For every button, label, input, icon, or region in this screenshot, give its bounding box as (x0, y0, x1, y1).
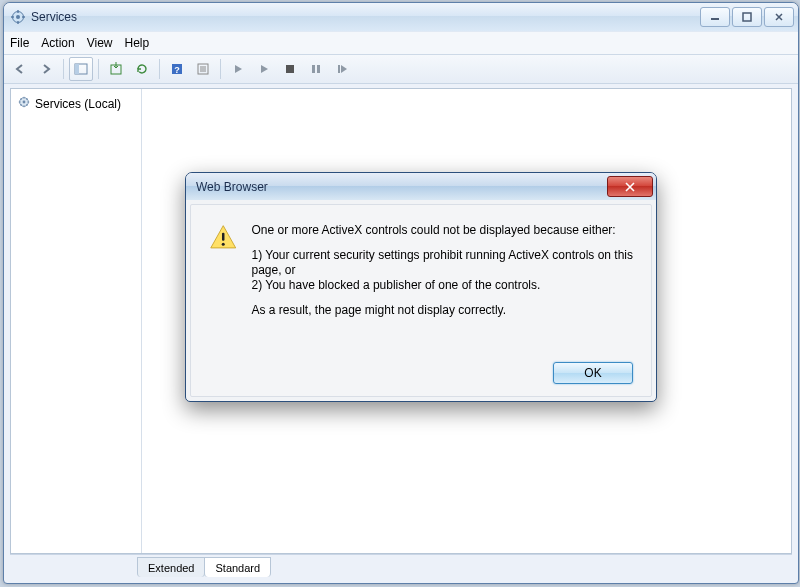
properties-icon (196, 62, 210, 76)
stop-service-button[interactable] (278, 57, 302, 81)
dialog-close-button[interactable] (607, 176, 653, 197)
export-list-button[interactable] (104, 57, 128, 81)
refresh-icon (135, 62, 149, 76)
restart-service-button[interactable] (330, 57, 354, 81)
svg-text:?: ? (174, 65, 180, 75)
window-controls (700, 7, 794, 27)
properties-button[interactable] (191, 57, 215, 81)
show-hide-tree-button[interactable] (69, 57, 93, 81)
pause-icon (310, 63, 322, 75)
toolbar: ? (4, 55, 798, 84)
dialog-content: One or more ActiveX controls could not b… (209, 223, 633, 356)
close-button[interactable] (764, 7, 794, 27)
tree-root-item[interactable]: Services (Local) (15, 93, 137, 114)
arrow-right-icon (39, 62, 53, 76)
app-icon (10, 9, 26, 25)
tab-strip: Extended Standard (10, 554, 792, 577)
dialog-line1: One or more ActiveX controls could not b… (251, 223, 633, 238)
toolbar-separator (159, 59, 160, 79)
svg-rect-16 (338, 65, 340, 73)
help-button[interactable]: ? (165, 57, 189, 81)
menu-action[interactable]: Action (41, 36, 74, 50)
svg-rect-13 (286, 65, 294, 73)
start-service-alt-button[interactable] (252, 57, 276, 81)
tab-extended-label: Extended (148, 562, 194, 574)
svg-rect-3 (743, 13, 751, 21)
help-icon: ? (170, 62, 184, 76)
svg-rect-5 (75, 64, 79, 74)
menubar: File Action View Help (4, 31, 798, 55)
maximize-icon (742, 12, 752, 22)
svg-point-18 (23, 101, 26, 104)
svg-point-1 (16, 15, 20, 19)
toolbar-separator (63, 59, 64, 79)
warning-icon (209, 223, 237, 255)
dialog-titlebar[interactable]: Web Browser (186, 173, 656, 200)
menu-file[interactable]: File (10, 36, 29, 50)
window-title: Services (31, 10, 700, 24)
back-button[interactable] (8, 57, 32, 81)
play-icon (258, 63, 270, 75)
svg-rect-14 (312, 65, 315, 73)
tree-pane[interactable]: Services (Local) (11, 89, 142, 553)
gear-icon (17, 95, 31, 112)
tree-pane-icon (74, 62, 88, 76)
svg-rect-19 (222, 233, 224, 241)
dialog-title: Web Browser (196, 180, 607, 194)
svg-point-20 (222, 243, 225, 246)
maximize-button[interactable] (732, 7, 762, 27)
restart-icon (336, 63, 348, 75)
tab-standard[interactable]: Standard (204, 557, 271, 577)
refresh-button[interactable] (130, 57, 154, 81)
tree-root-label: Services (Local) (35, 97, 121, 111)
close-icon (774, 12, 784, 22)
menu-view[interactable]: View (87, 36, 113, 50)
dialog-line2: 1) Your current security settings prohib… (251, 248, 633, 278)
forward-button[interactable] (34, 57, 58, 81)
play-icon (232, 63, 244, 75)
titlebar[interactable]: Services (4, 3, 798, 31)
dialog-body: One or more ActiveX controls could not b… (190, 204, 652, 397)
stop-icon (284, 63, 296, 75)
tab-extended[interactable]: Extended (137, 557, 205, 577)
arrow-left-icon (13, 62, 27, 76)
dialog-footer: OK (209, 356, 633, 384)
svg-rect-2 (711, 18, 719, 20)
toolbar-separator (98, 59, 99, 79)
start-service-button[interactable] (226, 57, 250, 81)
svg-rect-15 (317, 65, 320, 73)
minimize-icon (710, 12, 720, 22)
dialog-line3: 2) You have blocked a publisher of one o… (251, 278, 633, 293)
pause-service-button[interactable] (304, 57, 328, 81)
web-browser-dialog: Web Browser One or more ActiveX controls… (185, 172, 657, 402)
toolbar-separator (220, 59, 221, 79)
dialog-line4: As a result, the page might not display … (251, 303, 633, 318)
minimize-button[interactable] (700, 7, 730, 27)
export-icon (109, 62, 123, 76)
dialog-text: One or more ActiveX controls could not b… (251, 223, 633, 356)
ok-button[interactable]: OK (553, 362, 633, 384)
close-icon (624, 182, 636, 192)
tab-standard-label: Standard (215, 562, 260, 574)
menu-help[interactable]: Help (125, 36, 150, 50)
